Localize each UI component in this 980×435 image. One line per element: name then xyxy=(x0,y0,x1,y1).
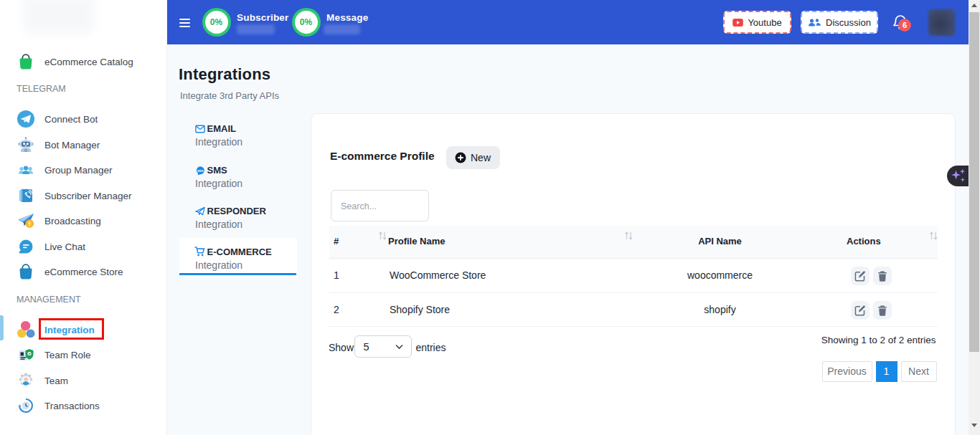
svg-text:SMS: SMS xyxy=(197,168,204,172)
